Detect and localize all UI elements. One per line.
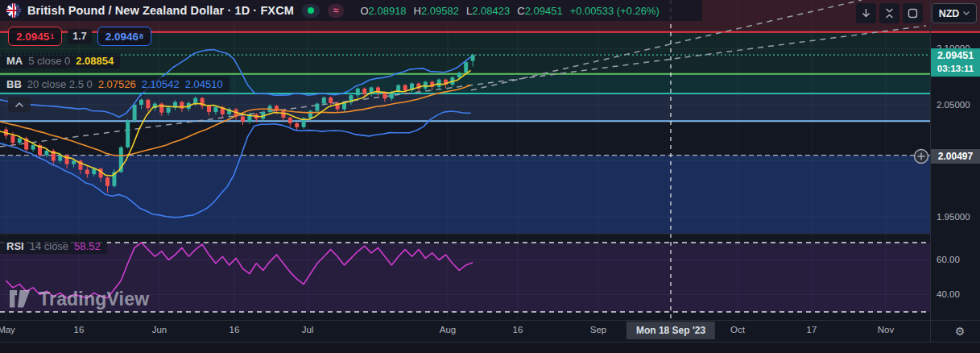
price-axis-label: 60.00 (937, 255, 960, 264)
price-axis-label: 1.95000 (937, 212, 970, 222)
bb-legend-row[interactable]: BB 20 close 2.5 0 2.07526 2.10542 2.0451… (0, 77, 229, 92)
time-axis-tick: Oct (730, 325, 745, 334)
quote-currency-label: NZD (939, 8, 960, 19)
spread-value: 1.7 (68, 29, 91, 44)
bid-ask-row: 2.09451 1.7 2.09468 (8, 27, 151, 46)
change-value: +0.00533 (+0.26%) (570, 5, 660, 17)
collapse-icon (884, 8, 895, 19)
time-axis-tick: 16 (229, 325, 240, 334)
tradingview-chart-window: British Pound / New Zealand Dollar · 1D … (0, 0, 980, 353)
rsi-name: RSI (6, 240, 24, 252)
live-dot-icon (308, 7, 314, 14)
high-value: 2.09582 (421, 5, 459, 17)
time-axis-tick: May (0, 325, 15, 334)
legend-collapse-button[interactable] (8, 98, 31, 112)
sell-price-badge[interactable]: 2.09451 (8, 27, 62, 46)
symbol-title[interactable]: British Pound / New Zealand Dollar · 1D … (27, 4, 294, 17)
bb-name: BB (6, 78, 22, 90)
tradingview-watermark: TradingView (10, 289, 149, 310)
time-axis-tick: Jul (302, 325, 314, 334)
scroll-to-recent-button[interactable] (856, 3, 876, 23)
approx-data-icon[interactable]: ≈ (328, 4, 345, 18)
buy-price: 2.0946 (105, 31, 139, 43)
time-axis-highlighted-date: Mon 18 Sep '23 (626, 322, 715, 339)
bb-params: 20 close 2.5 0 (27, 78, 93, 90)
market-status-icon[interactable] (302, 4, 320, 18)
ma-legend-row[interactable]: MA 5 close 0 2.08854 (0, 53, 120, 69)
time-axis-tick: 16 (513, 325, 523, 334)
watermark-text: TradingView (39, 289, 149, 310)
maximize-icon (908, 8, 918, 19)
maximize-pane-button[interactable] (903, 3, 923, 23)
sell-price: 2.0945 (16, 31, 49, 43)
chevron-down-icon (963, 11, 970, 15)
bar-countdown: 03:13:11 (931, 63, 980, 74)
rsi-params: 14 close (30, 240, 68, 252)
time-axis-tick: 17 (807, 325, 817, 334)
low-value: 2.08423 (472, 5, 510, 17)
close-label: C (517, 5, 524, 17)
level-price-badge[interactable]: 2.00497 (931, 149, 980, 164)
time-axis-tick: Sep (590, 325, 606, 334)
symbol-header[interactable]: British Pound / New Zealand Dollar · 1D … (6, 2, 660, 19)
ma-value: 2.08854 (76, 55, 114, 67)
buy-price-fraction: 8 (139, 32, 143, 40)
bb-upper-value: 2.10542 (142, 78, 180, 90)
ohlc-readout: O2.08918 H2.09582 L2.08423 C2.09451 +0.0… (360, 5, 659, 17)
price-axis-label: 40.00 (937, 289, 960, 299)
bb-lower-value: 2.04510 (185, 78, 223, 90)
tradingview-logo-icon (10, 290, 31, 309)
chevron-up-icon (15, 102, 23, 107)
rsi-value: 58.52 (74, 240, 101, 252)
open-label: O (360, 5, 368, 17)
time-axis-settings-gear-icon[interactable]: ⚙ (952, 324, 968, 338)
buy-price-badge[interactable]: 2.09468 (97, 27, 151, 46)
close-value: 2.09451 (525, 5, 563, 17)
open-value: 2.08918 (369, 5, 407, 17)
time-axis-tick: Nov (878, 325, 894, 334)
quote-currency-dropdown[interactable]: NZD (932, 3, 977, 23)
time-axis-tick: Jun (152, 325, 167, 334)
arrow-down-icon (861, 8, 871, 19)
rsi-legend-row[interactable]: RSI 14 close 58.52 (0, 239, 107, 254)
current-price-badge[interactable]: 2.09451 03:13:11 (931, 48, 980, 77)
price-axis-label: 2.05000 (937, 100, 970, 110)
time-axis-tick: Aug (440, 325, 456, 334)
bb-basis-value: 2.07526 (98, 78, 136, 90)
time-axis-tick: 16 (74, 325, 85, 334)
ma-params: 5 close 0 (28, 55, 70, 67)
sell-price-fraction: 1 (50, 32, 54, 40)
add-alert-plus-icon[interactable] (912, 147, 930, 165)
high-label: H (414, 5, 421, 17)
gbpnzd-flag-icon (6, 3, 21, 18)
current-price: 2.09451 (931, 50, 980, 63)
collapse-pane-button[interactable] (879, 3, 899, 23)
ma-name: MA (6, 55, 23, 67)
